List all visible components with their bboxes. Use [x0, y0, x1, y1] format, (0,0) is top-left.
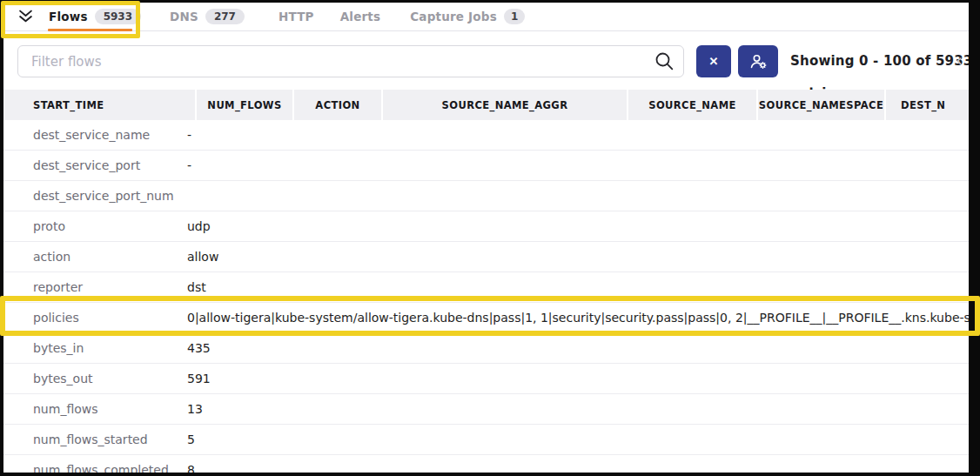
detail-key: policies	[33, 311, 187, 325]
detail-key: num_flows_started	[33, 432, 187, 446]
detail-row-num-flows: num_flows 13	[3, 394, 980, 425]
detail-row-num-flows-started: num_flows_started 5	[3, 425, 980, 455]
detail-row-bytes-in: bytes_in 435	[3, 333, 980, 364]
detail-row-bytes-out: bytes_out 591	[3, 364, 980, 394]
detail-value: 591	[187, 372, 980, 385]
tab-capture-jobs-label: Capture Jobs	[410, 10, 497, 23]
flow-logs-page: Flows 5933 DNS 277 HTTP Alerts Capture J…	[0, 0, 980, 476]
tab-capture-jobs-count-badge: 1	[504, 9, 525, 24]
column-header-source-name[interactable]: SOURCE_NAME	[628, 90, 758, 120]
detail-key: dest_service_name	[33, 128, 187, 142]
filter-input-wrap	[17, 45, 684, 77]
table-header-row: START_TIME NUM_FLOWS ACTION SOURCE_NAME_…	[3, 90, 969, 120]
flow-detail-panel: dest_service_name - dest_service_port - …	[3, 120, 980, 476]
tab-flows-label: Flows	[49, 10, 88, 23]
screenshot-border-right	[969, 0, 980, 476]
detail-value: udp	[187, 219, 980, 233]
detail-row-action: action allow	[3, 242, 980, 272]
detail-value: -	[187, 128, 980, 142]
detail-value: allow	[187, 250, 980, 264]
screenshot-border-top	[0, 0, 980, 3]
detail-value: -	[187, 158, 980, 172]
detail-value: dst	[187, 280, 980, 294]
detail-row-reporter: reporter dst	[3, 272, 980, 303]
user-gear-icon	[749, 53, 768, 70]
close-icon: ✕	[709, 55, 719, 68]
detail-row-dest-service-port-num: dest_service_port_num	[3, 181, 980, 211]
detail-value: 435	[187, 341, 980, 355]
detail-key: bytes_in	[33, 341, 187, 355]
detail-key: dest_service_port_num	[33, 189, 187, 203]
tab-alerts[interactable]: Alerts	[340, 10, 381, 23]
detail-row-dest-service-name: dest_service_name -	[3, 120, 980, 151]
detail-row-dest-service-port: dest_service_port -	[3, 151, 980, 181]
column-header-num-flows[interactable]: NUM_FLOWS	[197, 90, 294, 120]
tab-http[interactable]: HTTP	[279, 10, 314, 23]
clear-filter-button[interactable]: ✕	[696, 45, 731, 77]
detail-value: 13	[187, 402, 980, 416]
screenshot-border-bottom	[0, 473, 980, 476]
tab-http-label: HTTP	[279, 10, 314, 23]
detail-key: bytes_out	[33, 372, 187, 385]
column-header-start-time[interactable]: START_TIME	[3, 90, 197, 120]
column-header-action[interactable]: ACTION	[294, 90, 383, 120]
user-settings-button[interactable]	[738, 45, 778, 77]
tab-dns-count-badge: 277	[205, 9, 245, 24]
detail-key: action	[33, 250, 187, 264]
column-header-source-namespace[interactable]: SOURCE_NAMESPACE	[758, 90, 886, 120]
double-chevron-down-icon[interactable]	[17, 9, 33, 24]
search-icon[interactable]	[654, 51, 675, 71]
tab-dns[interactable]: DNS 277	[170, 9, 245, 24]
active-tab-underline	[48, 29, 132, 31]
tab-capture-jobs[interactable]: Capture Jobs 1	[410, 9, 525, 24]
detail-value: 0|allow-tigera|kube-system/allow-tigera.…	[187, 311, 980, 325]
column-header-source-name-aggr[interactable]: SOURCE_NAME_AGGR	[383, 90, 628, 120]
tab-flows[interactable]: Flows 5933	[49, 9, 141, 24]
tab-alerts-label: Alerts	[340, 10, 381, 23]
detail-value: 5	[187, 432, 980, 446]
detail-key: reporter	[33, 280, 187, 294]
detail-row-policies: policies 0|allow-tigera|kube-system/allo…	[3, 303, 980, 333]
screenshot-border-left	[0, 0, 3, 476]
entries-summary: Showing 0 - 100 of 5933 entries	[790, 45, 980, 77]
detail-key: proto	[33, 219, 187, 233]
detail-row-proto: proto udp	[3, 211, 980, 242]
tab-flows-count-badge: 5933	[95, 9, 141, 24]
pagination-prev-icon[interactable]: ‹	[956, 45, 963, 77]
filter-input[interactable]	[17, 45, 684, 77]
tab-bar: Flows 5933 DNS 277 HTTP Alerts Capture J…	[3, 3, 969, 31]
detail-key: dest_service_port	[33, 158, 187, 172]
column-header-dest-name[interactable]: DEST_N	[886, 90, 969, 120]
detail-key: num_flows	[33, 402, 187, 416]
tab-dns-label: DNS	[170, 10, 198, 23]
